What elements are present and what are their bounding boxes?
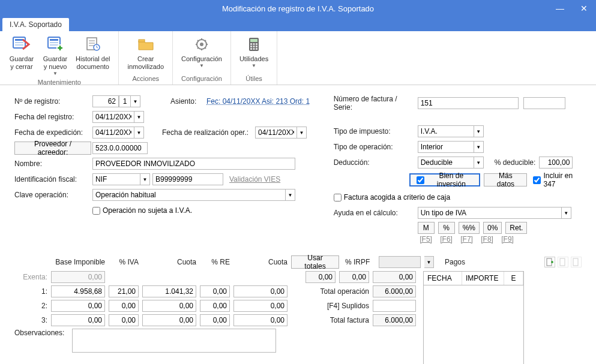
tipo-op-dropdown[interactable]: ▼: [474, 141, 484, 153]
asiento-link[interactable]: Fec: 04/11/20XX Asi: 213 Ord: 1: [206, 97, 315, 106]
clave-input[interactable]: [92, 189, 286, 201]
cuota2-input[interactable]: [233, 314, 287, 326]
label-ident: Identificación fiscal:: [14, 175, 92, 183]
tipo-op-input[interactable]: [418, 141, 474, 153]
base-input[interactable]: [51, 300, 105, 312]
pct-ded-input[interactable]: [539, 157, 573, 169]
deduccion-dropdown[interactable]: ▼: [474, 157, 484, 169]
ayuda-calc-input[interactable]: [418, 207, 562, 219]
svg-rect-3: [15, 44, 23, 46]
add-payment-icon[interactable]: [544, 257, 555, 267]
bien-inversion-button[interactable]: Bien de inversión: [409, 173, 480, 186]
calc-pct-button[interactable]: %: [438, 222, 455, 234]
prov-button[interactable]: Proveedor / acreedor:: [14, 142, 91, 155]
svg-rect-5: [50, 39, 58, 41]
calc-ret-button[interactable]: Ret.: [505, 222, 527, 234]
piva-input[interactable]: [109, 300, 139, 312]
piva-input[interactable]: [109, 314, 139, 326]
pre-input[interactable]: [200, 300, 230, 312]
prov-input[interactable]: [92, 142, 148, 154]
irpf-dropdown[interactable]: ▼: [424, 256, 434, 268]
pagos-col-fecha: FECHA: [424, 272, 462, 285]
fact-caja-checkbox[interactable]: Factura acogida a criterio de caja: [334, 193, 450, 201]
label-deduccion: Deducción:: [334, 158, 418, 167]
save-new-button[interactable]: Guardar y nuevo ▼: [38, 34, 72, 77]
irpf-combo[interactable]: [379, 256, 421, 268]
svg-rect-33: [250, 48, 252, 50]
tipo-imp-dropdown[interactable]: ▼: [474, 125, 484, 137]
label-suplidos: [F4] Suplidos: [306, 302, 369, 310]
deduccion-input[interactable]: [418, 157, 474, 169]
svg-line-22: [205, 47, 206, 49]
label-nreg: Nº de registro:: [14, 97, 92, 106]
ident-tipo-input[interactable]: [92, 173, 140, 185]
delete-payment-icon: [571, 257, 582, 267]
ident-tipo-dropdown[interactable]: ▼: [140, 173, 150, 185]
cuota-input[interactable]: [142, 314, 196, 326]
calc-zero-button[interactable]: 0%: [483, 222, 502, 234]
hdr-pirpf: % IRPF: [345, 258, 375, 266]
cuota-input[interactable]: [142, 300, 196, 312]
observaciones-input[interactable]: [72, 329, 276, 353]
pagos-grid[interactable]: FECHA IMPORTE E: [423, 271, 524, 364]
ident-num-input[interactable]: [152, 173, 223, 185]
mas-datos-button[interactable]: Más datos: [484, 173, 527, 186]
nombre-input[interactable]: [92, 158, 295, 170]
cuota2-input[interactable]: [233, 285, 287, 297]
fecha-real-dropdown[interactable]: ▼: [297, 127, 307, 139]
cuota2-input[interactable]: [233, 300, 287, 312]
total-op-input: [373, 285, 416, 297]
base-input[interactable]: [51, 285, 105, 297]
fact-caja-check[interactable]: [334, 194, 342, 201]
create-asset-button[interactable]: Crear inmovilizado: [124, 34, 167, 74]
irpf-base-input: [339, 271, 369, 283]
cuota-input[interactable]: [142, 285, 196, 297]
numfac-input[interactable]: [418, 97, 519, 109]
tipo-imp-input[interactable]: [418, 125, 474, 137]
fecha-reg-input[interactable]: [92, 111, 134, 123]
tab-iva-soportado[interactable]: I.V.A. Soportado: [2, 18, 69, 31]
hdr-pre: % RE: [200, 258, 230, 266]
pagos-col-importe: IMPORTE: [462, 272, 504, 285]
ayuda-calc-dropdown[interactable]: ▼: [562, 207, 571, 219]
fecha-exp-input[interactable]: [92, 127, 134, 139]
incluir-347-check[interactable]: [533, 176, 541, 184]
label-observ: Observaciones:: [14, 329, 68, 337]
hdr-cuota2: Cuota: [233, 258, 287, 266]
bien-inversion-check[interactable]: [417, 176, 424, 184]
svg-point-16: [200, 43, 203, 46]
irpf-pct-input: [306, 271, 336, 283]
base-input[interactable]: [51, 314, 105, 326]
pre-input[interactable]: [200, 314, 230, 326]
fecha-exp-dropdown[interactable]: ▼: [134, 127, 144, 139]
nreg-input[interactable]: [92, 95, 119, 107]
pre-input[interactable]: [200, 285, 230, 297]
clave-dropdown[interactable]: ▼: [286, 189, 295, 201]
calc-m-button[interactable]: M: [418, 222, 435, 234]
utilities-button[interactable]: Utilidades ▼: [236, 34, 272, 74]
ledger-row-num: 2:: [14, 302, 47, 310]
serie-input[interactable]: [523, 97, 565, 109]
nreg-sub-input[interactable]: [119, 95, 131, 107]
usar-totales-button[interactable]: Usar totales: [291, 255, 339, 269]
folder-icon: [136, 35, 155, 54]
op-no-sujeta-check[interactable]: [92, 207, 100, 215]
fecha-reg-dropdown[interactable]: ▼: [134, 111, 144, 123]
incluir-347-checkbox[interactable]: Incluir en 347: [533, 172, 582, 188]
config-button[interactable]: Configuración ▼: [178, 34, 226, 74]
fecha-real-input[interactable]: [255, 127, 297, 139]
calculator-icon: [244, 35, 263, 54]
doc-history-button[interactable]: Historial del documento: [72, 34, 113, 77]
op-no-sujeta-checkbox[interactable]: Operación no sujeta a I.V.A.: [92, 206, 192, 215]
minimize-button[interactable]: —: [548, 0, 572, 17]
save-close-button[interactable]: Guardar y cerrar: [5, 34, 38, 77]
svg-line-21: [197, 40, 199, 41]
nreg-dropdown[interactable]: ▼: [131, 95, 140, 107]
svg-rect-26: [250, 39, 257, 42]
window-controls: — ✕: [548, 0, 596, 17]
calc-pctpct-button[interactable]: %%: [459, 222, 480, 234]
suplidos-input[interactable]: [373, 300, 416, 312]
close-button[interactable]: ✕: [572, 0, 596, 17]
piva-input[interactable]: [109, 285, 139, 297]
validacion-vies-link[interactable]: Validación VIES: [229, 175, 280, 183]
